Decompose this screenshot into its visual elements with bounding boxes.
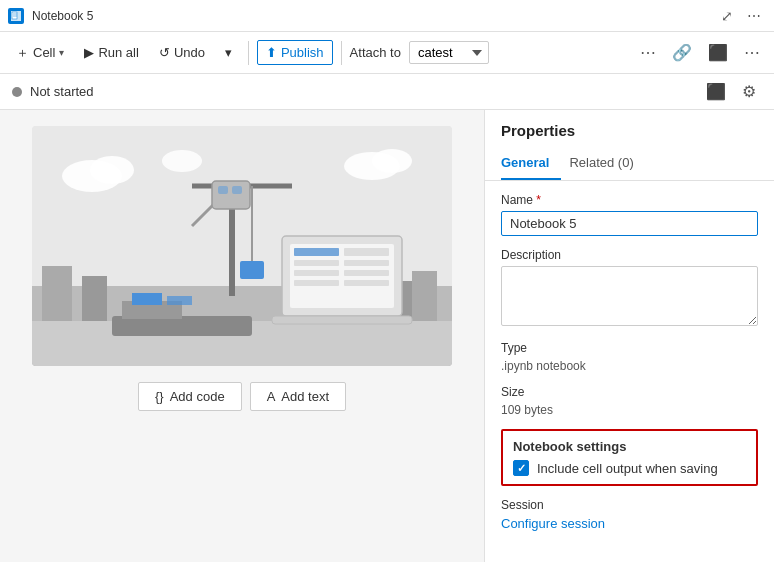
- status-action-1[interactable]: ⬛: [700, 78, 732, 105]
- expand-button[interactable]: ⤢: [716, 6, 738, 26]
- add-code-button[interactable]: {} Add code: [138, 382, 242, 411]
- size-label: Size: [501, 385, 758, 399]
- svg-point-8: [372, 149, 412, 173]
- properties-body: Name * Description Type .ipynb notebook …: [485, 181, 774, 562]
- undo-icon: ↺: [159, 45, 170, 60]
- svg-rect-32: [344, 260, 389, 266]
- more-button[interactable]: ⋯: [742, 6, 766, 26]
- add-text-button[interactable]: A Add text: [250, 382, 346, 411]
- svg-rect-31: [294, 260, 339, 266]
- notebook-settings-box: Notebook settings Include cell output wh…: [501, 429, 758, 486]
- publish-label: Publish: [281, 45, 324, 60]
- publish-button[interactable]: ⬆ Publish: [257, 40, 333, 65]
- cell-button[interactable]: ＋ Cell ▾: [8, 40, 72, 66]
- checkbox-row: Include cell output when saving: [513, 460, 746, 476]
- app-icon: [8, 8, 24, 24]
- svg-rect-19: [167, 296, 192, 305]
- undo-chevron-btn[interactable]: ▾: [217, 41, 240, 64]
- type-value: .ipynb notebook: [501, 359, 758, 373]
- properties-tabs: General Related (0): [485, 147, 774, 181]
- separator-2: [341, 41, 342, 65]
- svg-rect-39: [240, 261, 264, 279]
- svg-rect-30: [344, 248, 389, 256]
- status-actions: ⬛ ⚙: [700, 78, 762, 105]
- plus-icon: ＋: [16, 44, 29, 62]
- status-text: Not started: [30, 84, 692, 99]
- overflow-button[interactable]: ⋯: [738, 39, 766, 66]
- tab-related[interactable]: Related (0): [569, 147, 645, 180]
- size-field: Size 109 bytes: [501, 385, 758, 417]
- text-icon: A: [267, 389, 276, 404]
- description-textarea[interactable]: [501, 266, 758, 326]
- add-text-label: Add text: [281, 389, 329, 404]
- svg-rect-38: [272, 316, 412, 324]
- cell-chevron: ▾: [59, 47, 64, 58]
- run-all-button[interactable]: ▶ Run all: [76, 41, 146, 64]
- undo-label: Undo: [174, 45, 205, 60]
- svg-rect-37: [294, 248, 339, 256]
- title-bar: Notebook 5 ⤢ ⋯: [0, 0, 774, 32]
- session-section: Session Configure session: [501, 498, 758, 531]
- run-all-label: Run all: [98, 45, 138, 60]
- svg-rect-13: [412, 271, 437, 326]
- separator-1: [248, 41, 249, 65]
- toolbar-right: ⋯ 🔗 ⬛ ⋯: [634, 39, 766, 66]
- checkbox-label: Include cell output when saving: [537, 461, 718, 476]
- window-title: Notebook 5: [32, 9, 708, 23]
- include-output-checkbox[interactable]: [513, 460, 529, 476]
- name-required: *: [536, 193, 541, 207]
- attach-label: Attach to: [350, 45, 401, 60]
- svg-rect-35: [294, 280, 339, 286]
- toolbar: ＋ Cell ▾ ▶ Run all ↺ Undo ▾ ⬆ Publish At…: [0, 32, 774, 74]
- share-button[interactable]: 🔗: [666, 39, 698, 66]
- properties-panel: Properties General Related (0) Name * De…: [484, 110, 774, 562]
- undo-button[interactable]: ↺ Undo: [151, 41, 213, 64]
- title-bar-controls: ⤢ ⋯: [716, 6, 766, 26]
- status-action-2[interactable]: ⚙: [736, 78, 762, 105]
- notebook-illustration: [32, 126, 452, 366]
- name-field: Name *: [501, 193, 758, 236]
- svg-point-9: [162, 150, 202, 172]
- svg-point-6: [90, 156, 134, 184]
- publish-icon: ⬆: [266, 45, 277, 60]
- svg-rect-26: [232, 186, 242, 194]
- tab-general[interactable]: General: [501, 147, 561, 180]
- svg-rect-18: [132, 293, 162, 305]
- notebook-actions: {} Add code A Add text: [138, 382, 346, 411]
- notebook-settings-title: Notebook settings: [513, 439, 746, 454]
- type-label: Type: [501, 341, 758, 355]
- cell-label: Cell: [33, 45, 55, 60]
- status-bar: Not started ⬛ ⚙: [0, 74, 774, 110]
- svg-rect-34: [344, 270, 389, 276]
- run-icon: ▶: [84, 45, 94, 60]
- svg-rect-1: [12, 12, 17, 19]
- notebook-area: {} Add code A Add text: [0, 110, 484, 562]
- type-field: Type .ipynb notebook: [501, 341, 758, 373]
- session-label: Session: [501, 498, 758, 512]
- svg-rect-33: [294, 270, 339, 276]
- description-field: Description: [501, 248, 758, 329]
- description-label: Description: [501, 248, 758, 262]
- attach-select[interactable]: catest: [409, 41, 489, 64]
- more-options-button[interactable]: ⋯: [634, 39, 662, 66]
- properties-header: Properties: [485, 110, 774, 139]
- svg-rect-12: [82, 276, 107, 326]
- size-value: 109 bytes: [501, 403, 758, 417]
- svg-rect-24: [212, 181, 250, 209]
- name-label: Name *: [501, 193, 758, 207]
- code-icon: {}: [155, 389, 164, 404]
- svg-rect-25: [218, 186, 228, 194]
- add-code-label: Add code: [170, 389, 225, 404]
- layout-button[interactable]: ⬛: [702, 39, 734, 66]
- main-content: {} Add code A Add text Properties Genera…: [0, 110, 774, 562]
- configure-session-link[interactable]: Configure session: [501, 516, 605, 531]
- name-input[interactable]: [501, 211, 758, 236]
- svg-rect-11: [42, 266, 72, 326]
- svg-rect-36: [344, 280, 389, 286]
- status-dot: [12, 87, 22, 97]
